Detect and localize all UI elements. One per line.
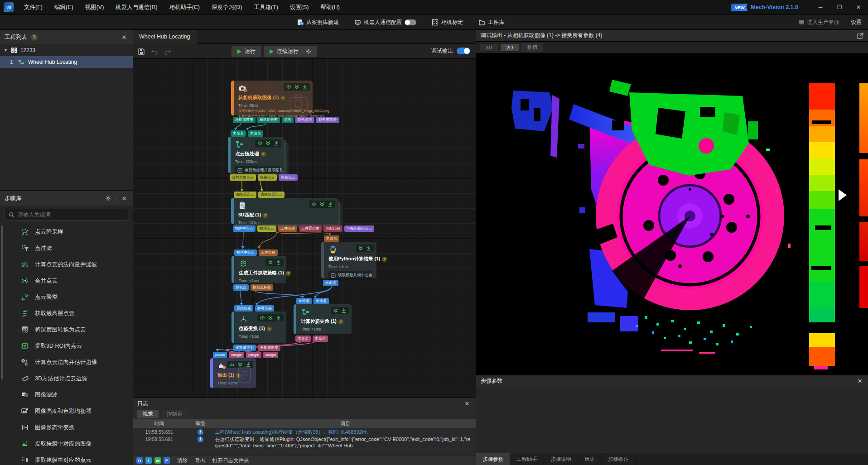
- run-button[interactable]: 运行: [231, 46, 261, 57]
- gear-icon[interactable]: [105, 195, 111, 201]
- help-badge[interactable]: ?: [280, 96, 285, 101]
- popout-icon[interactable]: [857, 33, 863, 39]
- step-library-item-0[interactable]: 点云降采样: [0, 224, 133, 240]
- download-icon[interactable]: [328, 201, 333, 207]
- step-library-item-14[interactable]: 提取掩膜中对应的点云: [0, 452, 133, 465]
- eye-icon[interactable]: [286, 84, 291, 90]
- help-icon[interactable]: ?: [31, 34, 38, 41]
- output-port[interactable]: 抓取点标签: [251, 284, 273, 291]
- flow-node-transform[interactable]: 位姿变换 (1)?Time: <1ms: [231, 312, 286, 343]
- log-tab-控制台[interactable]: 控制台: [161, 410, 188, 418]
- node-quick-actions[interactable]: [309, 201, 335, 208]
- log-action-2[interactable]: 打开日志文件夹: [212, 457, 249, 464]
- log-action-1[interactable]: 导出: [195, 457, 205, 464]
- step-library-item-2[interactable]: 计算点云的法向量并滤波: [0, 256, 133, 273]
- menu-item-3[interactable]: 机器人与通信(R): [110, 0, 163, 15]
- output-port[interactable]: 抓取点: [233, 284, 249, 291]
- input-port[interactable]: poses: [213, 352, 227, 358]
- editor-tab[interactable]: Wheel Hub Locating: [133, 30, 197, 44]
- step-search-input[interactable]: [18, 211, 117, 218]
- help-badge[interactable]: ?: [263, 213, 268, 218]
- maximize-button[interactable]: ❐: [830, 0, 849, 15]
- output-port[interactable]: 未命名: [313, 336, 328, 342]
- log-tab-视觉[interactable]: 视觉: [137, 410, 159, 418]
- input-port[interactable]: 未命名: [296, 298, 312, 304]
- node-quick-actions[interactable]: [265, 259, 284, 266]
- log-level-filter-W[interactable]: W: [154, 457, 161, 464]
- step-library-item-4[interactable]: 点云聚类: [0, 289, 133, 305]
- debug-output-toggle[interactable]: [457, 48, 470, 54]
- comm-config-toggle[interactable]: [405, 19, 416, 25]
- step-list-scrollbar[interactable]: [1, 225, 3, 379]
- step-library-item-10[interactable]: 图像滤波: [0, 387, 133, 403]
- flow-node-grasp[interactable]: 生成工件抓取策略 (1)?Time: <1ms: [231, 256, 286, 283]
- step-library-item-12[interactable]: 图像形态学变换: [0, 419, 133, 436]
- input-port[interactable]: 未命名: [324, 235, 339, 242]
- eye-icon[interactable]: [311, 201, 317, 207]
- output-port[interactable]: 变换后角度: [258, 345, 280, 351]
- download-icon[interactable]: [276, 259, 281, 265]
- project-row-selected[interactable]: 1 Wheel Hub Locating: [0, 56, 133, 68]
- undo-button[interactable]: [149, 46, 160, 57]
- flow-node-match3d[interactable]: 3D匹配 (1)?Time: 101ms: [231, 198, 338, 224]
- depth-image-viewport[interactable]: [476, 53, 868, 375]
- flow-node-python[interactable]: 使用Python计算结果 (1)?Time: <1ms读取模板几何中心点: [321, 242, 376, 278]
- menu-item-7[interactable]: 设置(S): [284, 0, 315, 15]
- solution-tree-row[interactable]: ▼ 12233: [0, 44, 133, 56]
- node-quick-actions[interactable]: [257, 314, 284, 321]
- download-icon[interactable]: [276, 315, 281, 321]
- output-port[interactable]: 工件置信度: [299, 225, 322, 232]
- log-row-1[interactable]: 19:58:55.691 i 在运行状态改变时，通知通信Plugin: QJso…: [133, 435, 476, 449]
- input-port[interactable]: zangle: [263, 352, 279, 358]
- step-library-item-13[interactable]: 提取掩膜中对应的图像: [0, 436, 133, 452]
- input-port[interactable]: yangle: [246, 352, 261, 358]
- step-library-item-8[interactable]: 计算点云法向并估计边缘: [0, 354, 133, 370]
- output-port[interactable]: 相机彩色图: [257, 117, 280, 123]
- log-level-filter-i[interactable]: i: [145, 457, 152, 464]
- gear-icon[interactable]: [305, 48, 311, 54]
- chevrons-icon[interactable]: [294, 84, 299, 90]
- output-port[interactable]: 工件名称: [278, 225, 297, 232]
- step-library-item-9[interactable]: 3D方法估计点云边缘: [0, 370, 133, 387]
- input-port[interactable]: 原始位姿: [234, 305, 253, 312]
- flow-graph-canvas[interactable]: 从相机获取图像 (1)?Time: 46ms深度图像尺寸(1280 * 1024…: [133, 59, 476, 398]
- input-port[interactable]: 未命名: [231, 130, 246, 137]
- menu-item-6[interactable]: 工具箱(T): [248, 0, 284, 15]
- help-badge[interactable]: ?: [261, 152, 266, 157]
- step-library-item-11[interactable]: 图像亮度和色彩均衡器: [0, 403, 133, 419]
- node-quick-actions[interactable]: [356, 244, 374, 252]
- debug-tab-数值[interactable]: 数值: [521, 43, 543, 52]
- step-search-box[interactable]: [5, 209, 128, 221]
- flow-node-out[interactable]: 输出 (1)?Time: <1ms: [210, 358, 256, 388]
- node-quick-actions[interactable]: [284, 83, 310, 91]
- input-port[interactable]: 工件名称: [259, 249, 278, 256]
- toolbar-item-0[interactable]: 从案例库新建: [297, 19, 339, 26]
- flow-node-camera[interactable]: 从相机获取图像 (1)?Time: 46ms深度图像尺寸(1280 * 1024…: [231, 81, 313, 115]
- chevrons-icon[interactable]: [358, 245, 363, 251]
- debug-tab-2D[interactable]: 2D: [501, 44, 519, 51]
- close-icon[interactable]: ✕: [120, 195, 128, 202]
- download-icon[interactable]: [302, 84, 308, 90]
- close-button[interactable]: ✕: [849, 0, 868, 15]
- input-port[interactable]: 物体中心点: [234, 249, 257, 256]
- log-row-0[interactable]: 19:58:55.691 i 工程(Wheel Hub Locating)执行结…: [133, 428, 476, 435]
- output-port[interactable]: 彩色点云: [295, 117, 314, 123]
- chevrons-icon[interactable]: [319, 201, 325, 207]
- menu-item-2[interactable]: 视图(V): [79, 0, 110, 15]
- toolbar-item-3[interactable]: 工件库: [478, 19, 504, 26]
- chevrons-icon[interactable]: [268, 259, 273, 265]
- help-badge[interactable]: ?: [338, 319, 343, 324]
- params-tab-历史[interactable]: 历史: [578, 453, 602, 465]
- minimize-button[interactable]: ─: [811, 0, 830, 15]
- chevrons-icon[interactable]: [333, 308, 338, 313]
- log-level-filter-D[interactable]: D: [136, 457, 143, 464]
- menu-item-0[interactable]: 文件(F): [18, 0, 48, 15]
- enter-production-button[interactable]: 进入生产界面: [799, 19, 839, 26]
- step-library-item-5[interactable]: 获取最高层点云: [0, 305, 133, 321]
- close-icon[interactable]: ✕: [463, 400, 471, 407]
- menu-item-8[interactable]: 帮助(H): [315, 0, 346, 15]
- params-tab-步骤参数[interactable]: 步骤参数: [476, 453, 510, 465]
- output-port[interactable]: 未命名: [323, 280, 338, 286]
- params-tab-步骤备注[interactable]: 步骤备注: [602, 453, 636, 465]
- log-level-filter-E[interactable]: E: [164, 457, 170, 464]
